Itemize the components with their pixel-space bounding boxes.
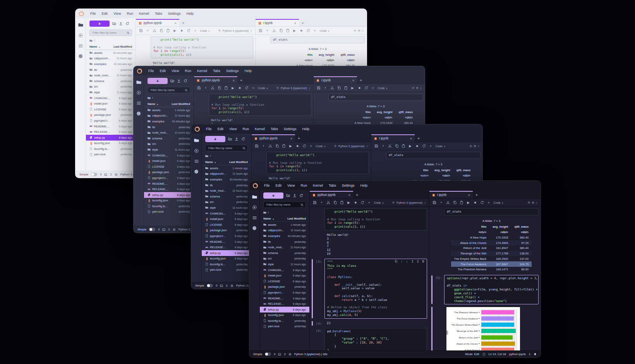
menu-file[interactable]: File	[146, 68, 157, 74]
debugger-icon[interactable]	[412, 86, 415, 89]
folder-icon[interactable]	[205, 155, 208, 158]
insert-above-icon[interactable]: ↥	[411, 260, 414, 263]
file-row[interactable]: setup.py6 days ago	[144, 192, 194, 198]
stop-icon[interactable]: ■	[238, 86, 242, 90]
file-row[interactable]: pyproject.t...6 days ago	[260, 290, 309, 295]
breadcrumb-root[interactable]: /	[268, 211, 269, 214]
refresh-icon[interactable]	[125, 22, 129, 26]
running-sessions-icon[interactable]	[78, 33, 83, 38]
run-icon[interactable]: ▶	[347, 201, 351, 204]
menu-file[interactable]: File	[203, 126, 215, 132]
file-row[interactable]: srcyesterday	[202, 199, 251, 205]
menu-view[interactable]: View	[285, 183, 297, 188]
file-row[interactable]: {}package.jsonyesterday	[86, 112, 136, 118]
menu-run[interactable]: Run	[298, 183, 310, 188]
run-all-icon[interactable]: »	[487, 201, 491, 204]
file-row[interactable]: yarn.lockyesterday	[260, 324, 309, 330]
file-filter-input[interactable]	[92, 31, 125, 35]
restart-icon[interactable]	[360, 201, 364, 204]
run-all-icon[interactable]: »	[309, 144, 313, 148]
file-row[interactable]: README....4 days ago	[260, 295, 309, 301]
add-cell-icon[interactable]: +	[439, 201, 443, 204]
extensions-icon[interactable]	[78, 54, 83, 59]
paste-icon[interactable]	[402, 144, 405, 148]
bell-icon[interactable]	[534, 353, 537, 356]
file-row[interactable]: pyproject.t...6 days ago	[86, 118, 136, 124]
save-icon[interactable]	[197, 86, 201, 90]
table-of-contents-icon[interactable]	[194, 159, 199, 164]
file-row[interactable]: {}tsconfig.json6 days ago	[144, 198, 194, 204]
add-tab-icon[interactable]: +	[179, 21, 187, 26]
running-sessions-icon[interactable]	[194, 148, 199, 153]
file-row[interactable]: {}package.jsonyesterday	[144, 170, 194, 175]
file-row[interactable]: node_mod...11 hours ago	[144, 130, 194, 136]
paste-icon[interactable]	[286, 29, 290, 33]
file-row[interactable]: yarn.lockyesterday	[202, 267, 251, 273]
column-name[interactable]: Name	[205, 160, 213, 164]
add-cell-icon[interactable]: +	[146, 29, 150, 33]
save-icon[interactable]	[432, 201, 436, 204]
file-row[interactable]: {}tsconfig.json6 days ago	[202, 256, 251, 262]
paste-icon[interactable]	[224, 86, 228, 90]
add-tab-icon[interactable]: +	[473, 192, 481, 198]
new-launcher-button[interactable]: +	[89, 21, 110, 27]
copy-icon[interactable]	[333, 201, 337, 204]
save-icon[interactable]	[313, 201, 317, 204]
file-row[interactable]: examples43 minutes ago	[260, 233, 309, 239]
restart-icon[interactable]	[480, 201, 484, 204]
run-all-icon[interactable]: »	[429, 144, 432, 148]
move-up-icon[interactable]: ↑	[400, 260, 403, 263]
file-row[interactable]: examples43 minutes ago	[202, 177, 251, 182]
menu-tabs[interactable]: Tabs	[268, 126, 281, 132]
cut-icon[interactable]	[388, 144, 392, 148]
debugger-icon[interactable]	[334, 144, 337, 148]
tab-python-notebook[interactable]: python.ipynb×	[310, 191, 353, 198]
add-tab-icon[interactable]: +	[299, 21, 307, 26]
duplicate-icon[interactable]	[395, 260, 398, 263]
menu-help[interactable]: Help	[242, 68, 254, 74]
new-folder-icon[interactable]	[112, 22, 116, 26]
cell-type-dropdown[interactable]: Code∨	[374, 201, 384, 204]
cursor-position[interactable]: Ln 14, Col 18	[489, 352, 506, 356]
terminals-count[interactable]: 0	[158, 228, 160, 231]
file-row[interactable]: assets1 minute ago	[260, 222, 309, 228]
restart-icon[interactable]	[306, 29, 310, 33]
running-sessions-icon[interactable]	[136, 90, 141, 95]
kernels-count[interactable]: 2	[168, 228, 170, 231]
file-row[interactable]: LICENSE6 days ago	[86, 106, 136, 112]
file-row[interactable]: {}package.jsonyesterday	[202, 228, 251, 234]
debugger-icon[interactable]	[469, 144, 472, 148]
run-all-icon[interactable]: »	[251, 86, 255, 90]
cell-type-dropdown[interactable]: Code∨	[378, 86, 388, 90]
cell-type-dropdown[interactable]: Code∨	[436, 144, 446, 148]
cut-icon[interactable]	[446, 201, 450, 204]
menu-kernel[interactable]: Kernel	[136, 11, 152, 16]
menu-view[interactable]: View	[111, 11, 124, 16]
add-cell-icon[interactable]: +	[320, 201, 324, 204]
tab-r-notebook[interactable]: r.ipynb×	[314, 76, 357, 84]
restart-icon[interactable]	[187, 29, 190, 33]
file-row[interactable]: tsconfig.ts...yesterday	[144, 203, 194, 209]
menu-tabs[interactable]: Tabs	[210, 68, 223, 74]
file-row[interactable]: libyesterday	[144, 124, 194, 130]
stop-icon[interactable]: ■	[299, 29, 303, 33]
file-row[interactable]: yarn.lockyesterday	[144, 209, 194, 215]
run-icon[interactable]: ▶	[289, 144, 293, 148]
kernel-name[interactable]: Python 3 (ipykernel)	[338, 144, 365, 148]
menu-view[interactable]: View	[169, 68, 182, 74]
save-icon[interactable]	[255, 144, 259, 148]
column-last-modified[interactable]: Last Modified	[229, 160, 248, 164]
stop-icon[interactable]: ■	[295, 144, 299, 148]
code-cell[interactable]: print("Hello world!") # Run loop calling…	[151, 36, 253, 58]
menu-view[interactable]: View	[227, 126, 239, 132]
file-row[interactable]: pyproject.t...6 days ago	[144, 175, 194, 181]
code-cell[interactable]: """This is my class""" class MyClass: de…	[324, 259, 427, 319]
new-folder-icon[interactable]	[170, 79, 174, 83]
tab-r-notebook[interactable]: r.ipynb×	[429, 191, 473, 198]
add-tab-icon[interactable]: +	[415, 136, 422, 142]
file-row[interactable]: catppuccin...11 hours ago	[86, 56, 136, 62]
cell-type-dropdown[interactable]: Code∨	[200, 29, 210, 33]
file-row[interactable]: {}install.json6 days ago	[260, 273, 309, 278]
folder-icon[interactable]	[263, 211, 266, 214]
table-of-contents-icon[interactable]	[252, 215, 257, 220]
